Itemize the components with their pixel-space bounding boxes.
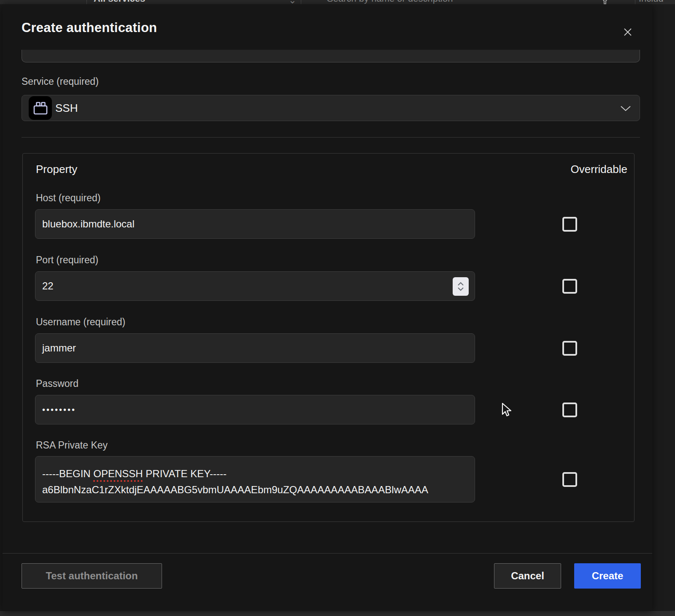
rsa-key-line-1: -----BEGIN OPENSSH PRIVATE KEY----- [42, 466, 468, 482]
create-authentication-modal: Create authentication Service (required)… [3, 4, 652, 611]
property-column-header: Property [36, 163, 77, 176]
port-input[interactable]: 22 [35, 271, 475, 301]
chevron-up-icon [457, 282, 464, 286]
close-button[interactable] [620, 24, 635, 40]
footer-divider [3, 553, 652, 554]
service-tile [29, 96, 52, 120]
port-overridable-checkbox[interactable] [562, 279, 577, 294]
test-authentication-button[interactable]: Test authentication [22, 563, 162, 589]
rsa-private-key-textarea[interactable]: -----BEGIN OPENSSH PRIVATE KEY----- a6Bl… [35, 456, 475, 503]
misspelled-word: OPENSSH [93, 468, 143, 479]
chevron-down-icon [457, 287, 464, 291]
host-input[interactable]: bluebox.ibmdte.local [35, 209, 475, 239]
host-overridable-checkbox[interactable] [562, 217, 577, 232]
filter-icon[interactable] [600, 0, 610, 4]
rsa-private-key-label: RSA Private Key [36, 440, 108, 451]
topbar-divider [86, 0, 87, 4]
chevron-down-icon [620, 105, 631, 113]
topbar-right-partial-text: Includ [639, 0, 664, 4]
username-value: jammer [42, 342, 76, 354]
clipped-input-field[interactable] [22, 50, 640, 62]
username-overridable-checkbox[interactable] [562, 341, 577, 356]
overridable-column-header: Overridable [571, 163, 627, 176]
topbar-divider [301, 0, 301, 4]
brick-icon [32, 100, 49, 116]
modal-title: Create authentication [22, 20, 157, 35]
rsa-overridable-checkbox[interactable] [562, 472, 577, 487]
rsa-key-line-2: a6BlbnNzaC1rZXktdjEAAAAABG5vbmUAAAAEbm9u… [42, 482, 468, 498]
password-value: •••••••• [42, 405, 76, 415]
search-input[interactable]: Search by name or description [327, 0, 453, 4]
chevron-down-icon: ⌄ [289, 0, 296, 4]
port-stepper[interactable] [453, 277, 469, 296]
host-label: Host (required) [36, 192, 100, 204]
service-select-value: SSH [55, 102, 78, 115]
section-divider [22, 137, 640, 138]
topbar-divider [635, 0, 635, 4]
close-icon [623, 27, 633, 37]
port-label: Port (required) [36, 254, 98, 266]
port-value: 22 [42, 280, 54, 292]
background-page-topbar: All services ⌄ Search by name or descrip… [0, 0, 675, 4]
cancel-button[interactable]: Cancel [494, 563, 561, 589]
username-label: Username (required) [36, 316, 125, 328]
password-label: Password [36, 378, 78, 389]
username-input[interactable]: jammer [35, 333, 475, 363]
background-page-bottom-strip [0, 611, 675, 616]
property-card: Property Overridable Host (required) blu… [22, 153, 634, 522]
service-label: Service (required) [22, 76, 99, 87]
service-select[interactable]: SSH [22, 95, 640, 121]
rsa-key-line-3: dzc3gtcn [42, 498, 468, 503]
password-overridable-checkbox[interactable] [562, 403, 577, 417]
host-value: bluebox.ibmdte.local [42, 218, 135, 230]
all-services-dropdown[interactable]: All services [94, 0, 145, 4]
password-input[interactable]: •••••••• [35, 395, 475, 424]
create-button[interactable]: Create [574, 563, 641, 589]
